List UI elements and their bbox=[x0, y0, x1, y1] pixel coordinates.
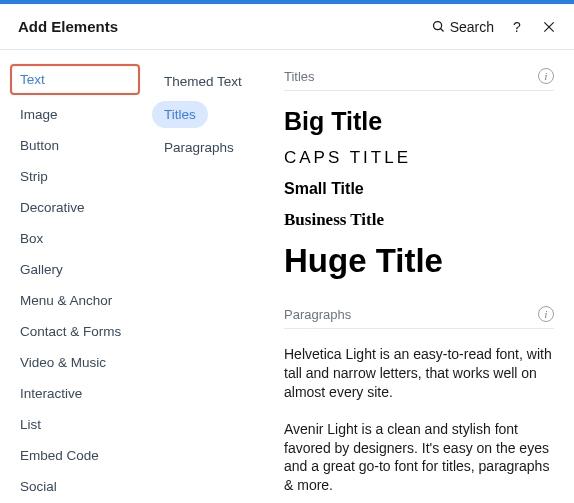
titles-samples: Big Title Caps Title Small Title Busines… bbox=[284, 107, 554, 280]
header-actions: Search ? bbox=[431, 18, 558, 36]
sample-caps-title[interactable]: Caps Title bbox=[284, 148, 554, 168]
category-contact-forms[interactable]: Contact & Forms bbox=[10, 316, 140, 347]
close-icon bbox=[542, 20, 556, 34]
category-button[interactable]: Button bbox=[10, 130, 140, 161]
search-icon bbox=[431, 19, 446, 34]
search-label: Search bbox=[450, 19, 494, 35]
svg-point-0 bbox=[433, 22, 441, 30]
sample-big-title[interactable]: Big Title bbox=[284, 107, 554, 136]
category-decorative[interactable]: Decorative bbox=[10, 192, 140, 223]
panel-title: Add Elements bbox=[18, 18, 118, 35]
preview-pane: Titles i Big Title Caps Title Small Titl… bbox=[270, 50, 574, 503]
help-icon: ? bbox=[513, 19, 521, 35]
close-button[interactable] bbox=[540, 18, 558, 36]
search-button[interactable]: Search bbox=[431, 19, 494, 35]
subcategory-themed-text[interactable]: Themed Text bbox=[152, 68, 262, 95]
panel-header: Add Elements Search ? bbox=[0, 4, 574, 50]
category-gallery[interactable]: Gallery bbox=[10, 254, 140, 285]
subcategory-list: Themed Text Titles Paragraphs bbox=[146, 50, 270, 503]
subcategory-paragraphs[interactable]: Paragraphs bbox=[152, 134, 262, 161]
category-list[interactable]: List bbox=[10, 409, 140, 440]
category-text[interactable]: Text bbox=[10, 64, 140, 95]
sample-business-title[interactable]: Business Title bbox=[284, 210, 554, 230]
category-image[interactable]: Image bbox=[10, 99, 140, 130]
section-titles-header: Titles i bbox=[284, 64, 554, 91]
section-paragraphs-label: Paragraphs bbox=[284, 307, 351, 322]
help-button[interactable]: ? bbox=[508, 18, 526, 36]
category-menu-anchor[interactable]: Menu & Anchor bbox=[10, 285, 140, 316]
category-box[interactable]: Box bbox=[10, 223, 140, 254]
svg-line-1 bbox=[440, 29, 443, 32]
paragraph-samples: Helvetica Light is an easy-to-read font,… bbox=[284, 345, 554, 495]
info-icon[interactable]: i bbox=[538, 306, 554, 322]
subcategory-titles[interactable]: Titles bbox=[152, 101, 208, 128]
sample-huge-title[interactable]: Huge Title bbox=[284, 242, 554, 280]
sample-small-title[interactable]: Small Title bbox=[284, 180, 554, 198]
section-titles-label: Titles bbox=[284, 69, 315, 84]
category-embed-code[interactable]: Embed Code bbox=[10, 440, 140, 471]
category-list: Text Image Button Strip Decorative Box G… bbox=[0, 50, 146, 503]
info-icon[interactable]: i bbox=[538, 68, 554, 84]
category-video-music[interactable]: Video & Music bbox=[10, 347, 140, 378]
category-interactive[interactable]: Interactive bbox=[10, 378, 140, 409]
sample-avenir-paragraph[interactable]: Avenir Light is a clean and stylish font… bbox=[284, 420, 554, 496]
sample-helvetica-paragraph[interactable]: Helvetica Light is an easy-to-read font,… bbox=[284, 345, 554, 402]
section-paragraphs-header: Paragraphs i bbox=[284, 302, 554, 329]
category-strip[interactable]: Strip bbox=[10, 161, 140, 192]
category-social[interactable]: Social bbox=[10, 471, 140, 502]
